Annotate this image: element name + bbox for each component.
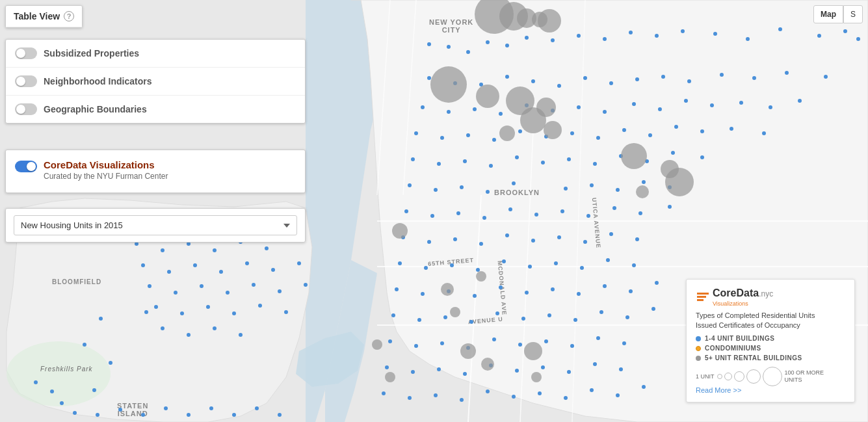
blue-dot <box>486 389 490 393</box>
blue-dot <box>599 310 603 314</box>
legend-label-blue: 1-4 UNIT BUILDINGS <box>705 335 774 342</box>
blue-dot <box>167 270 171 274</box>
map-button[interactable]: Map <box>813 5 843 23</box>
blue-dot <box>570 131 574 135</box>
blue-dot <box>408 183 412 187</box>
toggle-knob-coredata <box>27 162 36 171</box>
blue-dot <box>391 313 395 317</box>
blue-dot <box>395 287 399 291</box>
table-view-button[interactable]: Table View ? <box>6 6 82 27</box>
blue-dot <box>778 27 782 31</box>
blue-dot <box>469 320 473 324</box>
blue-dot <box>411 157 415 161</box>
blue-dot <box>489 164 493 168</box>
blue-dot <box>700 129 704 133</box>
toggle-neighborhood[interactable] <box>15 75 37 87</box>
satellite-button[interactable]: S <box>843 5 863 23</box>
blue-dot <box>206 305 210 309</box>
blue-dot <box>34 380 38 384</box>
gray-dot <box>538 9 561 33</box>
blue-dot <box>404 209 408 213</box>
blue-dot <box>632 263 636 267</box>
coredata-title: CoreData Visualizations <box>44 159 168 170</box>
legend-logo-text-group: CoreData.nyc Visualizations <box>713 287 773 307</box>
blue-dot <box>118 408 122 412</box>
blue-dot <box>651 307 655 311</box>
toggle-subsidized[interactable] <box>15 47 37 59</box>
gray-dot <box>385 372 395 382</box>
blue-dot <box>278 289 282 293</box>
blue-dot <box>440 341 444 345</box>
blue-dot <box>430 214 434 218</box>
read-more-link[interactable]: Read More >> <box>696 386 741 394</box>
blue-dot <box>499 112 503 116</box>
legend-logo: CoreData.nyc Visualizations <box>696 287 845 307</box>
blue-dot <box>655 34 659 38</box>
blue-dot <box>297 261 301 265</box>
blue-dot <box>180 311 184 315</box>
blue-dot <box>83 343 86 347</box>
blue-dot <box>538 391 542 395</box>
legend-scale-left: 1 UNIT <box>696 373 715 380</box>
legend-viz-text: Visualizations <box>713 300 748 307</box>
blue-dot <box>720 73 724 77</box>
blue-dot <box>434 188 438 192</box>
blue-dot <box>710 103 714 107</box>
blue-dot <box>769 105 772 109</box>
toggle-coredata[interactable] <box>15 161 37 172</box>
blue-dot <box>460 185 464 189</box>
blue-dot <box>700 155 704 159</box>
blue-dot <box>564 396 568 400</box>
blue-dot <box>593 362 597 366</box>
housing-dropdown[interactable]: New Housing Units in 2015New Housing Uni… <box>14 215 297 235</box>
blue-dot <box>424 266 428 270</box>
blue-dot <box>746 37 750 41</box>
blue-dot <box>824 75 828 79</box>
blue-dot <box>629 31 633 34</box>
legend-logo-icon <box>696 290 710 304</box>
toggle-knob-neighborhood <box>16 77 25 86</box>
blue-dot <box>551 38 555 42</box>
blue-dot <box>278 413 282 417</box>
blue-dot <box>616 188 620 192</box>
blue-dot <box>560 209 564 213</box>
gray-dot <box>524 342 542 360</box>
blue-dot <box>440 136 444 140</box>
toggle-geographic[interactable] <box>15 103 37 115</box>
blue-dot <box>437 367 441 371</box>
blue-dot <box>408 396 412 400</box>
blue-dot <box>388 339 392 343</box>
table-view-label: Table View <box>14 11 60 21</box>
blue-dot <box>668 205 672 209</box>
blue-dot <box>73 411 77 415</box>
blue-dot <box>762 131 766 135</box>
scale-circle-1 <box>717 374 722 379</box>
blue-dot <box>583 76 587 80</box>
blue-dot <box>213 326 217 330</box>
blue-dot <box>463 372 467 376</box>
blue-dot <box>531 239 535 243</box>
blue-dot <box>456 211 460 215</box>
blue-dot <box>544 339 548 343</box>
blue-dot <box>619 367 623 371</box>
gray-dot <box>481 358 494 371</box>
blue-dot <box>200 284 204 288</box>
legend-title: Types of Completed Residential UnitsIssu… <box>696 311 845 330</box>
svg-rect-10 <box>697 293 709 295</box>
blue-dot <box>518 343 522 347</box>
help-icon[interactable]: ? <box>64 11 74 21</box>
legend-label-gray: 5+ UNIT RENTAL BUILDINGS <box>705 354 802 362</box>
blue-dot <box>573 318 577 322</box>
blue-dot <box>252 283 256 287</box>
blue-dot <box>658 107 662 111</box>
blue-dot <box>541 161 545 165</box>
blue-dot <box>635 237 639 241</box>
blue-dot <box>239 333 243 337</box>
blue-dot <box>567 370 571 374</box>
gray-dot <box>450 307 460 317</box>
dropdown-container: New Housing Units in 2015New Housing Uni… <box>5 208 306 243</box>
blue-dot <box>193 263 197 267</box>
legend-scale-right: 100 OR MOREUNITS <box>785 369 824 384</box>
blue-dot <box>642 385 646 389</box>
legend-dot-blue <box>696 336 701 341</box>
